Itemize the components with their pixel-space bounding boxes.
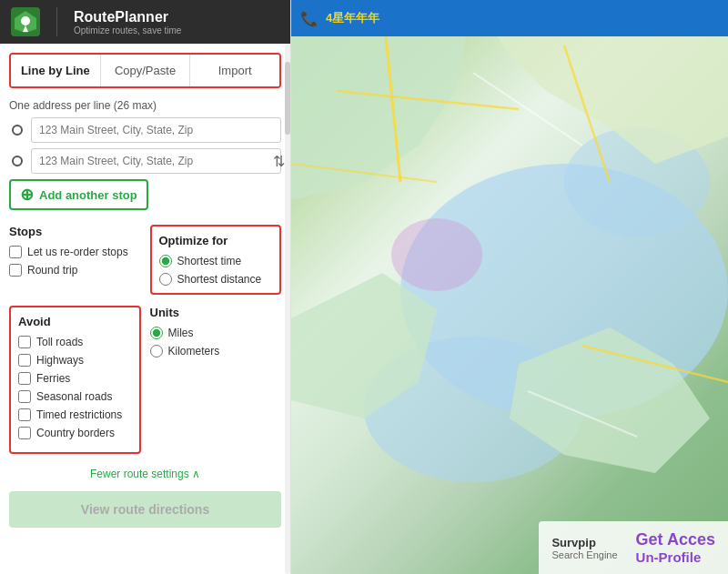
avoid-section: Avoid Toll roads Highways Ferries Season… (9, 306, 141, 454)
add-stop-label: Add another stop (39, 188, 137, 202)
round-trip-row: Round trip (9, 264, 141, 277)
logo-area: RoutePlanner Optimize routes, save time (11, 7, 181, 36)
country-borders-label: Country borders (36, 427, 115, 439)
address-section: One address per line (26 max) ⇅ ⊕ Add an… (0, 96, 290, 217)
overlay-tagline: Search Engine (551, 549, 617, 560)
optimize-title: Optimize for (159, 234, 273, 247)
shortest-time-row: Shortest time (159, 255, 273, 267)
ferries-checkbox[interactable] (18, 372, 31, 385)
reorder-stops-label: Let us re-order stops (27, 246, 128, 258)
svg-point-18 (391, 218, 482, 291)
app-title: RoutePlanner (74, 9, 181, 25)
origin-dot (12, 125, 23, 136)
avoid-seasonal-roads: Seasonal roads (18, 390, 132, 403)
map-area: 📞 4星年年年 Survpip Search Engine Get Acces … (291, 0, 728, 574)
miles-radio[interactable] (150, 327, 163, 339)
toll-roads-label: Toll roads (36, 336, 83, 348)
country-borders-checkbox[interactable] (18, 427, 31, 439)
destination-icon (9, 153, 25, 169)
tab-copy-paste[interactable]: Copy/Paste (101, 55, 190, 86)
stops-section: Stops Let us re-order stops Round trip (9, 225, 141, 295)
mapquest-logo-icon (11, 7, 40, 36)
fewer-settings: Fewer route settings ∧ (0, 461, 290, 486)
avoid-ferries: Ferries (18, 372, 132, 385)
round-trip-checkbox[interactable] (9, 264, 22, 277)
scrollbar-track (285, 44, 290, 574)
app-subtitle: Optimize routes, save time (74, 25, 181, 35)
add-stop-button[interactable]: ⊕ Add another stop (9, 179, 148, 210)
ferries-label: Ferries (36, 372, 70, 385)
origin-input[interactable] (31, 117, 281, 143)
stops-title: Stops (9, 225, 141, 238)
map-top-banner: 📞 4星年年年 (291, 0, 728, 36)
reorder-stops-row: Let us re-order stops (9, 246, 141, 258)
avoid-box: Avoid Toll roads Highways Ferries Season… (9, 306, 141, 454)
destination-dot (12, 156, 23, 166)
kilometers-radio[interactable] (150, 345, 163, 357)
kilometers-row: Kilometers (150, 345, 282, 357)
timed-restrictions-label: Timed restrictions (36, 408, 122, 421)
origin-icon (9, 122, 25, 138)
tab-import[interactable]: Import (190, 55, 279, 86)
miles-label: Miles (168, 327, 194, 339)
address-row-2: ⇅ (9, 148, 281, 174)
view-route-button[interactable]: View route directions (9, 491, 281, 528)
shortest-distance-row: Shortest distance (159, 273, 273, 286)
tab-line-by-line[interactable]: Line by Line (11, 55, 100, 86)
overlay-company: Survpip (551, 536, 617, 549)
avoid-toll-roads: Toll roads (18, 336, 132, 348)
avoid-title: Avoid (18, 315, 132, 328)
scrollbar-thumb[interactable] (285, 62, 290, 135)
avoid-units-section: Avoid Toll roads Highways Ferries Season… (0, 302, 290, 461)
overlay-cta2[interactable]: Un-Profile (636, 549, 715, 565)
highways-checkbox[interactable] (18, 354, 31, 367)
overlay-right: Get Acces Un-Profile (636, 530, 715, 565)
optimize-section: Optimize for Shortest time Shortest dist… (150, 225, 282, 295)
timed-restrictions-checkbox[interactable] (18, 408, 31, 421)
left-panel: RoutePlanner Optimize routes, save time … (0, 0, 291, 574)
header-divider (56, 7, 57, 36)
address-label: One address per line (26 max) (9, 99, 281, 112)
app-header: RoutePlanner Optimize routes, save time (0, 0, 290, 44)
avoid-highways: Highways (18, 354, 132, 367)
toll-roads-checkbox[interactable] (18, 336, 31, 348)
seasonal-roads-label: Seasonal roads (36, 390, 112, 403)
shortest-time-label: Shortest time (177, 255, 242, 267)
fewer-settings-link[interactable]: Fewer route settings ∧ (90, 468, 200, 480)
seasonal-roads-checkbox[interactable] (18, 390, 31, 403)
add-stop-plus-icon: ⊕ (20, 186, 34, 203)
map-banner-text: 4星年年年 (326, 10, 379, 26)
tabs-container: Line by Line Copy/Paste Import (9, 53, 281, 88)
address-row-1 (9, 117, 281, 143)
reorder-stops-checkbox[interactable] (9, 246, 22, 258)
units-title: Units (150, 306, 282, 319)
options-section: Stops Let us re-order stops Round trip O… (0, 217, 290, 302)
shortest-distance-radio[interactable] (159, 273, 172, 286)
highways-label: Highways (36, 354, 84, 367)
map-bottom-overlay: Survpip Search Engine Get Acces Un-Profi… (539, 521, 728, 574)
avoid-country-borders: Country borders (18, 427, 132, 439)
swap-icon[interactable]: ⇅ (273, 153, 285, 170)
round-trip-label: Round trip (27, 264, 77, 277)
optimize-box: Optimize for Shortest time Shortest dist… (150, 225, 282, 295)
shortest-distance-label: Shortest distance (177, 273, 262, 286)
svg-point-2 (21, 16, 30, 25)
map-background: 📞 4星年年年 Survpip Search Engine Get Acces … (291, 0, 728, 574)
miles-row: Miles (150, 327, 282, 339)
avoid-timed-restrictions: Timed restrictions (18, 408, 132, 421)
overlay-left: Survpip Search Engine (551, 536, 617, 560)
phone-icon: 📞 (300, 10, 318, 27)
units-section: Units Miles Kilometers (150, 306, 282, 454)
kilometers-label: Kilometers (168, 345, 220, 357)
app-title-area: RoutePlanner Optimize routes, save time (74, 9, 181, 35)
destination-input[interactable] (31, 148, 281, 174)
map-svg (291, 0, 728, 574)
overlay-cta[interactable]: Get Acces (636, 530, 715, 549)
shortest-time-radio[interactable] (159, 255, 172, 267)
